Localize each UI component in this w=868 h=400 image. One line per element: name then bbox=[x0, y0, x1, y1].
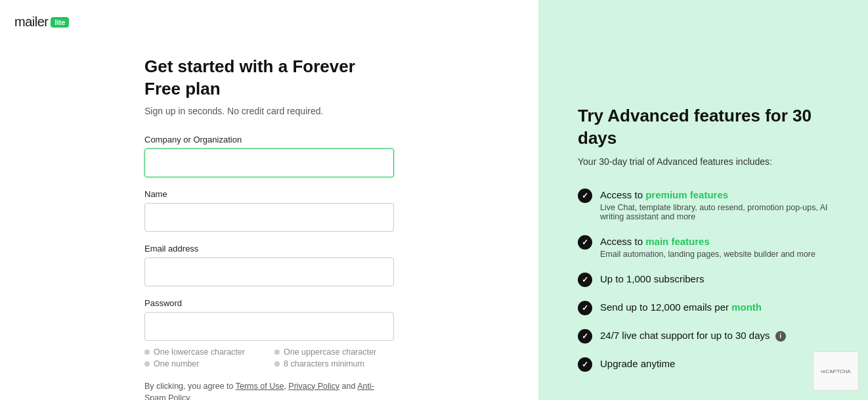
feature-main-3: Up to 1,000 subscribers bbox=[600, 272, 704, 286]
hint-chars: 8 characters minimum bbox=[274, 359, 394, 368]
right-panel-subtitle: Your 30-day trial of Advanced features i… bbox=[578, 156, 829, 167]
feature-item-3: Up to 1,000 subscribers bbox=[578, 272, 829, 287]
feature-item-2: Access to main features Email automation… bbox=[578, 234, 829, 259]
company-input[interactable] bbox=[144, 148, 394, 177]
feature-content-1: Access to premium features Live Chat, te… bbox=[600, 188, 829, 221]
recaptcha-badge: reCAPTCHA bbox=[813, 351, 859, 391]
check-icon-4 bbox=[578, 301, 592, 315]
feature-sub-1: Live Chat, template library, auto resend… bbox=[600, 203, 829, 221]
company-label: Company or Organization bbox=[144, 135, 394, 144]
feature-main-5: 24/7 live chat support for up to 30 days… bbox=[600, 328, 786, 342]
privacy-policy-link[interactable]: Privacy Policy bbox=[288, 382, 339, 391]
feature-main-4: Send up to 12,000 emails per month bbox=[600, 300, 762, 314]
terms-text: By clicking, you agree to Terms of Use, … bbox=[144, 380, 394, 400]
hint-dot-uppercase bbox=[274, 349, 280, 355]
terms-of-use-link[interactable]: Terms of Use bbox=[236, 382, 284, 391]
left-panel: mailer lite Get started with a Forever F… bbox=[0, 0, 538, 400]
form-container: Get started with a Forever Free plan Sig… bbox=[131, 56, 407, 400]
feature-item-5: 24/7 live chat support for up to 30 days… bbox=[578, 328, 829, 344]
password-label: Password bbox=[144, 298, 394, 308]
logo-badge: lite bbox=[51, 17, 69, 28]
hint-number-text: One number bbox=[154, 359, 199, 368]
check-icon-3 bbox=[578, 273, 592, 287]
logo-link[interactable]: mailer lite bbox=[14, 14, 538, 30]
email-label: Email address bbox=[144, 244, 394, 254]
password-field-group: Password One lowercase character One upp… bbox=[144, 298, 394, 368]
feature-item-4: Send up to 12,000 emails per month bbox=[578, 300, 829, 315]
hint-dot-number bbox=[144, 361, 150, 367]
name-input[interactable] bbox=[144, 203, 394, 232]
info-icon-5[interactable]: i bbox=[775, 331, 786, 342]
feature-highlight-1: premium features bbox=[645, 189, 728, 200]
feature-content-3: Up to 1,000 subscribers bbox=[600, 272, 704, 286]
hint-chars-text: 8 characters minimum bbox=[284, 359, 364, 368]
check-icon-1 bbox=[578, 189, 592, 203]
check-icon-6 bbox=[578, 357, 592, 372]
logo-area: mailer lite bbox=[0, 0, 538, 30]
feature-content-2: Access to main features Email automation… bbox=[600, 234, 815, 259]
hint-lowercase: One lowercase character bbox=[144, 347, 264, 357]
feature-content-4: Send up to 12,000 emails per month bbox=[600, 300, 762, 314]
password-hints: One lowercase character One uppercase ch… bbox=[144, 347, 394, 368]
feature-main-6: Upgrade anytime bbox=[600, 357, 675, 370]
feature-content-5: 24/7 live chat support for up to 30 days… bbox=[600, 328, 786, 342]
company-field-group: Company or Organization bbox=[144, 135, 394, 177]
feature-item-6: Upgrade anytime bbox=[578, 357, 829, 372]
hint-number: One number bbox=[144, 359, 264, 368]
check-icon-5 bbox=[578, 329, 592, 344]
feature-list: Access to premium features Live Chat, te… bbox=[578, 188, 829, 372]
hint-uppercase-text: One uppercase character bbox=[284, 347, 376, 357]
email-input[interactable] bbox=[144, 257, 394, 286]
hint-uppercase: One uppercase character bbox=[274, 347, 394, 357]
feature-highlight-4: month bbox=[731, 301, 762, 313]
hint-lowercase-text: One lowercase character bbox=[154, 347, 245, 357]
password-input[interactable] bbox=[144, 312, 394, 341]
hint-dot-lowercase bbox=[144, 349, 150, 355]
feature-item-1: Access to premium features Live Chat, te… bbox=[578, 188, 829, 221]
right-panel: Try Advanced features for 30 days Your 3… bbox=[538, 0, 868, 400]
feature-highlight-2: main features bbox=[645, 236, 710, 247]
name-label: Name bbox=[144, 189, 394, 199]
right-panel-title: Try Advanced features for 30 days bbox=[578, 105, 829, 150]
feature-sub-2: Email automation, landing pages, website… bbox=[600, 250, 815, 259]
recaptcha-text: reCAPTCHA bbox=[821, 368, 850, 374]
check-icon-2 bbox=[578, 235, 592, 250]
email-field-group: Email address bbox=[144, 244, 394, 286]
hint-dot-chars bbox=[274, 361, 280, 367]
feature-main-2: Access to main features bbox=[600, 234, 815, 248]
feature-main-1: Access to premium features bbox=[600, 188, 829, 202]
form-subtitle: Sign up in seconds. No credit card requi… bbox=[144, 106, 394, 116]
logo-text: mailer bbox=[14, 14, 48, 30]
name-field-group: Name bbox=[144, 189, 394, 232]
feature-content-6: Upgrade anytime bbox=[600, 357, 675, 370]
form-title: Get started with a Forever Free plan bbox=[144, 56, 394, 100]
